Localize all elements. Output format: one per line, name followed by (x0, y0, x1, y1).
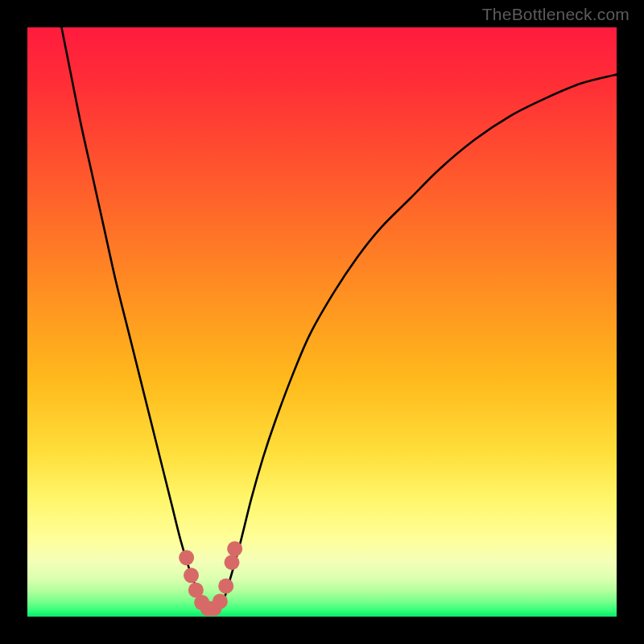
outer-frame: TheBottleneck.com (0, 0, 644, 644)
chart-plot-area (27, 27, 617, 617)
chart-svg (27, 27, 617, 617)
data-marker (213, 593, 228, 609)
data-marker (225, 555, 240, 570)
data-marker (227, 541, 242, 556)
watermark-label: TheBottleneck.com (482, 5, 630, 24)
gradient-background (27, 27, 617, 617)
data-marker (184, 568, 199, 583)
data-marker (218, 578, 233, 593)
data-marker (179, 550, 194, 565)
